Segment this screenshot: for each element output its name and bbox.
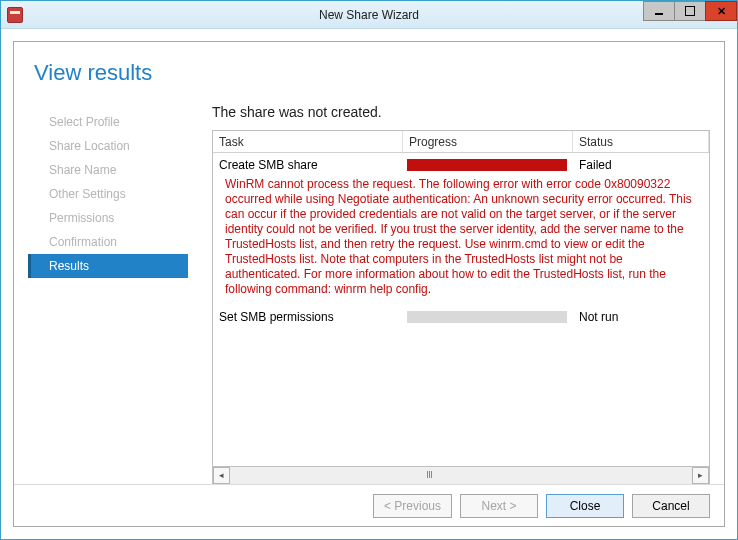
task-header: Task Progress Status bbox=[213, 131, 709, 153]
page-heading: View results bbox=[34, 60, 710, 86]
wizard-body: Select Profile Share Location Share Name… bbox=[28, 104, 710, 484]
column-progress[interactable]: Progress bbox=[403, 131, 573, 152]
progress-bar-error bbox=[407, 159, 567, 171]
nav-item-select-profile: Select Profile bbox=[28, 110, 188, 134]
maximize-button[interactable] bbox=[674, 1, 706, 21]
scroll-track[interactable] bbox=[230, 467, 692, 484]
task-progress bbox=[407, 159, 577, 171]
wizard-inner: View results Select Profile Share Locati… bbox=[13, 41, 725, 527]
app-icon bbox=[7, 7, 23, 23]
task-error-message: WinRM cannot process the request. The fo… bbox=[217, 175, 705, 307]
window-controls bbox=[644, 1, 737, 21]
task-name: Set SMB permissions bbox=[217, 310, 407, 324]
task-table: Task Progress Status Create SMB share bbox=[212, 130, 710, 484]
wizard-nav: Select Profile Share Location Share Name… bbox=[28, 104, 188, 484]
wizard-window: New Share Wizard View results Select Pro… bbox=[0, 0, 738, 540]
nav-item-confirmation: Confirmation bbox=[28, 230, 188, 254]
minimize-button[interactable] bbox=[643, 1, 675, 21]
progress-fill bbox=[407, 311, 567, 323]
column-status[interactable]: Status bbox=[573, 131, 709, 152]
task-progress bbox=[407, 311, 577, 323]
nav-item-other-settings: Other Settings bbox=[28, 182, 188, 206]
scroll-thumb[interactable] bbox=[415, 469, 445, 480]
previous-button: < Previous bbox=[373, 494, 452, 518]
progress-bar-notrun bbox=[407, 311, 567, 323]
nav-item-share-location: Share Location bbox=[28, 134, 188, 158]
task-row: Create SMB share Failed bbox=[217, 155, 705, 175]
result-message: The share was not created. bbox=[212, 104, 710, 120]
nav-item-results[interactable]: Results bbox=[28, 254, 188, 278]
scroll-left-button[interactable]: ◂ bbox=[213, 467, 230, 484]
task-status: Failed bbox=[577, 158, 705, 172]
task-row: Set SMB permissions Not run bbox=[217, 307, 705, 327]
window-title: New Share Wizard bbox=[1, 8, 737, 22]
window-close-button[interactable] bbox=[705, 1, 737, 21]
client-area: View results Select Profile Share Locati… bbox=[1, 29, 737, 539]
close-button[interactable]: Close bbox=[546, 494, 624, 518]
wizard-main: The share was not created. Task Progress… bbox=[188, 104, 710, 484]
column-task[interactable]: Task bbox=[213, 131, 403, 152]
wizard-footer: < Previous Next > Close Cancel bbox=[14, 484, 724, 526]
cancel-button[interactable]: Cancel bbox=[632, 494, 710, 518]
horizontal-scrollbar[interactable]: ◂ ▸ bbox=[213, 466, 709, 483]
scroll-right-button[interactable]: ▸ bbox=[692, 467, 709, 484]
nav-item-share-name: Share Name bbox=[28, 158, 188, 182]
nav-item-permissions: Permissions bbox=[28, 206, 188, 230]
titlebar: New Share Wizard bbox=[1, 1, 737, 29]
next-button: Next > bbox=[460, 494, 538, 518]
progress-fill bbox=[407, 159, 567, 171]
task-name: Create SMB share bbox=[217, 158, 407, 172]
task-status: Not run bbox=[577, 310, 705, 324]
task-body: Create SMB share Failed WinRM cannot pro… bbox=[213, 153, 709, 466]
